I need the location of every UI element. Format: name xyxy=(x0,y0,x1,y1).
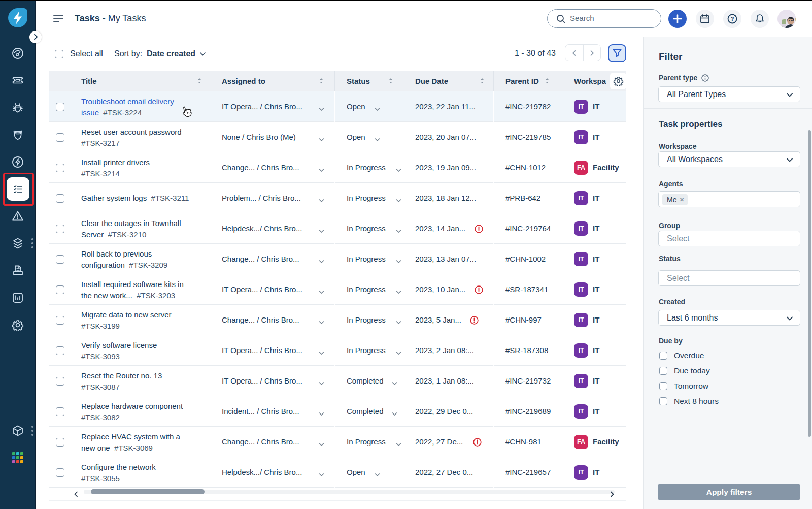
svg-text:?: ? xyxy=(731,16,734,22)
